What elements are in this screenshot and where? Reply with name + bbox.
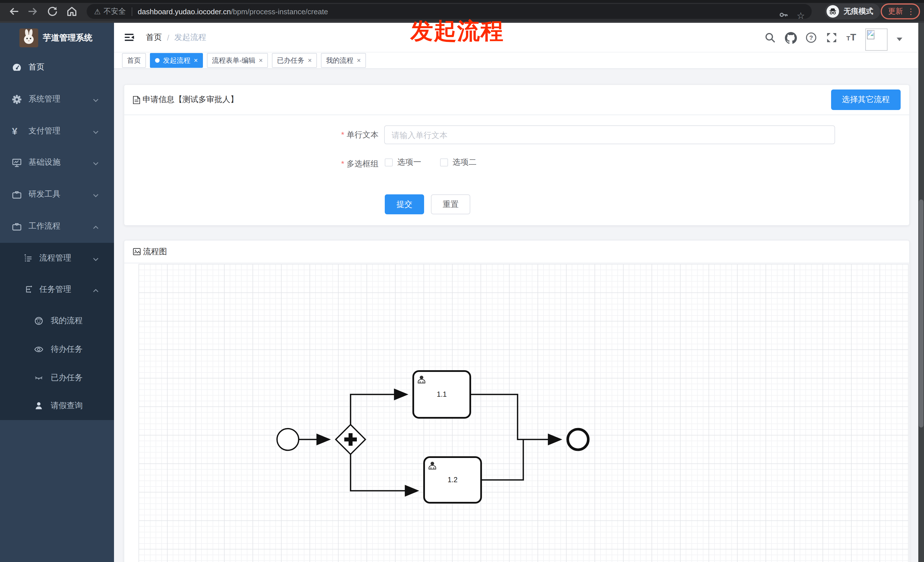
chevron-up-icon — [92, 286, 99, 293]
tree-icon — [24, 285, 34, 294]
field-label-checkbox: *多选框组 — [293, 159, 378, 169]
tag-create-process[interactable]: 发起流程 × — [150, 53, 203, 68]
app-logo-row[interactable]: 芋道管理系统 — [0, 26, 114, 49]
submit-button[interactable]: 提交 — [385, 194, 424, 214]
chevron-up-icon — [92, 223, 99, 230]
tags-view: 首页 发起流程 × 流程表单-编辑 × 已办任务 × 我的流程 × — [114, 52, 924, 69]
eye-closed-icon — [34, 373, 44, 382]
sidebar-collapse-icon[interactable] — [124, 32, 135, 43]
checkbox-option-1[interactable] — [385, 159, 393, 166]
sidebar-item-label: 研发工具 — [28, 189, 60, 199]
viewport: ⚠ 不安全 dashboard.yudao.iocoder.cn/bpm/pro… — [0, 0, 924, 562]
avatar-caret-icon[interactable] — [897, 37, 902, 41]
breadcrumb: 首页 / 发起流程 — [146, 23, 206, 52]
sidebar-item-system[interactable]: 系统管理 — [0, 88, 114, 111]
browser-menu-icon[interactable]: ⋮ — [907, 7, 915, 16]
close-icon[interactable]: × — [259, 57, 263, 64]
checkbox-option-2-label[interactable]: 选项二 — [453, 157, 477, 168]
font-size-icon[interactable]: TT — [846, 33, 856, 42]
sidebar-item-label: 工作流程 — [28, 221, 60, 231]
reload-icon[interactable] — [46, 5, 59, 18]
sidebar-item-payment[interactable]: ¥ 支付管理 — [0, 120, 114, 142]
sidebar-item-label: 我的流程 — [51, 316, 82, 326]
monitor-icon — [12, 157, 22, 167]
browser-tab-strip — [0, 0, 924, 3]
sidebar-item-my-process[interactable]: 我的流程 — [0, 310, 114, 332]
scrollbar-thumb[interactable] — [919, 199, 923, 427]
security-label[interactable]: 不安全 — [104, 6, 126, 16]
fullscreen-icon[interactable] — [826, 31, 837, 43]
flow-gateway-to-task2 — [351, 454, 417, 491]
eye-icon — [34, 345, 44, 354]
sidebar-item-workflow[interactable]: 工作流程 — [0, 215, 114, 238]
checkbox-option-2[interactable] — [440, 159, 448, 166]
sidebar-item-devtools[interactable]: 研发工具 — [0, 183, 114, 206]
chevron-down-icon — [92, 96, 99, 103]
bookmark-star-icon[interactable]: ☆ — [796, 10, 805, 21]
tag-label: 流程表单-编辑 — [212, 55, 255, 65]
chevron-down-icon — [92, 191, 99, 198]
sidebar-item-home[interactable]: 首页 — [0, 56, 114, 79]
tag-home[interactable]: 首页 — [122, 53, 146, 68]
incognito-icon — [826, 5, 839, 18]
card-title: 申请信息【测试多审批人】 — [142, 94, 238, 105]
search-icon[interactable] — [764, 31, 776, 43]
browser-update-button[interactable]: 更新 ⋮ — [880, 3, 920, 19]
avatar[interactable] — [865, 28, 888, 51]
sidebar-item-task-mgmt[interactable]: 任务管理 — [0, 278, 114, 301]
list-icon — [24, 253, 34, 263]
document-icon — [133, 96, 140, 104]
breadcrumb-current: 发起流程 — [174, 32, 206, 42]
url-host: dashboard.yudao.iocoder.cn — [138, 7, 231, 16]
card-header: 流程图 — [124, 241, 909, 263]
back-icon[interactable] — [8, 5, 20, 18]
update-label[interactable]: 更新 — [888, 6, 903, 16]
checkbox-option-1-label[interactable]: 选项一 — [397, 157, 421, 168]
sidebar-item-process-mgmt[interactable]: 流程管理 — [0, 247, 114, 270]
sidebar-item-infra[interactable]: 基础设施 — [0, 151, 114, 174]
chevron-down-icon — [92, 128, 99, 135]
user-face-icon — [34, 316, 44, 325]
forward-icon[interactable] — [27, 5, 39, 18]
close-icon[interactable]: × — [308, 57, 312, 64]
sidebar-item-label: 支付管理 — [28, 126, 60, 136]
tag-my-process[interactable]: 我的流程 × — [321, 53, 366, 68]
tag-form-edit[interactable]: 流程表单-编辑 × — [207, 53, 268, 68]
single-line-text-input[interactable] — [384, 125, 835, 144]
close-icon[interactable]: × — [357, 57, 361, 64]
address-divider — [131, 7, 132, 16]
password-key-icon[interactable] — [778, 9, 789, 21]
bpmn-canvas[interactable]: 1.1 1.2 — [138, 264, 909, 562]
github-icon[interactable] — [785, 31, 796, 43]
tag-done-tasks[interactable]: 已办任务 × — [272, 53, 317, 68]
breadcrumb-separator: / — [167, 33, 169, 42]
home-icon[interactable] — [66, 5, 78, 18]
sidebar-item-todo-tasks[interactable]: 待办任务 — [0, 338, 114, 361]
end-event — [568, 429, 588, 450]
sidebar: 芋道管理系统 首页 系统管理 ¥ 支付管理 基础设施 — [0, 23, 114, 562]
person-icon — [34, 401, 44, 411]
briefcase-icon — [12, 222, 22, 231]
help-icon[interactable]: ? — [806, 31, 817, 43]
active-dot — [155, 58, 160, 63]
image-icon — [133, 248, 141, 255]
sidebar-item-label: 待办任务 — [51, 344, 82, 355]
flow-task1-to-end — [470, 394, 560, 439]
reset-button[interactable]: 重置 — [431, 194, 470, 214]
gear-icon — [12, 94, 22, 104]
choose-other-process-button[interactable]: 选择其它流程 — [831, 90, 901, 110]
sidebar-item-label: 请假查询 — [51, 401, 82, 411]
toolbox-icon — [12, 189, 22, 199]
task-label: 1.1 — [437, 390, 447, 398]
chevron-down-icon — [92, 255, 99, 262]
apply-info-card: 申请信息【测试多审批人】 选择其它流程 *单行文本 *多选框组 选项一 选项二 … — [124, 84, 910, 226]
page-scrollbar[interactable] — [918, 23, 924, 562]
breadcrumb-home[interactable]: 首页 — [146, 32, 162, 42]
app-title: 芋道管理系统 — [43, 32, 92, 43]
sidebar-item-done-tasks[interactable]: 已办任务 — [0, 367, 114, 389]
close-icon[interactable]: × — [194, 57, 198, 64]
navbar: 首页 / 发起流程 ? TT — [114, 23, 924, 52]
field-label-text: *单行文本 — [293, 130, 378, 140]
sidebar-item-leave-query[interactable]: 请假查询 — [0, 394, 114, 417]
navbar-actions: ? TT — [764, 23, 902, 52]
